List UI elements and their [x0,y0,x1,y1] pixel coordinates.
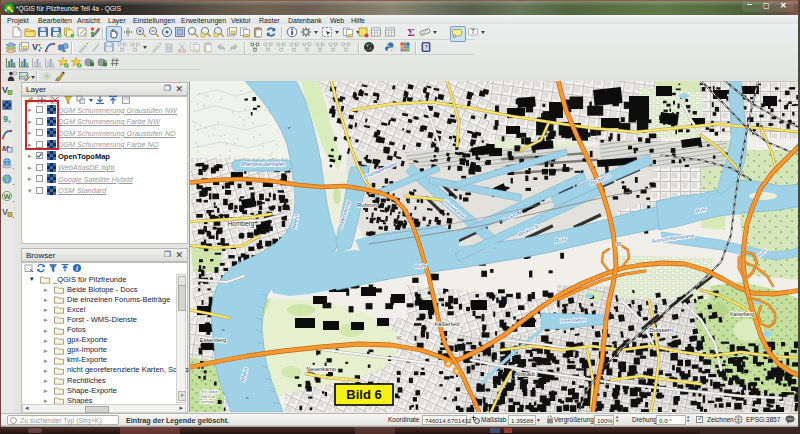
svg-text:nterlage: nterlage [201,400,215,404]
svg-text:rdlich de: rdlich de [201,395,215,399]
svg-text:SG Gebiet: SG Gebiet [201,390,220,394]
svg-text:59: 59 [616,242,622,247]
svg-text:W: W [4,192,11,199]
svg-text:Essenberg: Essenberg [200,337,226,343]
svg-text:40: 40 [396,336,402,341]
svg-text:V: V [2,85,8,95]
svg-text:Duissern: Duissern [649,327,673,333]
svg-text:?: ? [424,44,428,50]
svg-text:Rheinpreußenhafen: Rheinpreußenhafen [241,161,285,167]
svg-text:Ruhrort: Ruhrort [357,202,377,208]
svg-text:Σ: Σ [407,26,414,38]
svg-text:Homberg: Homberg [228,220,255,228]
svg-text:Kaßlerfeld: Kaßlerfeld [434,321,459,327]
svg-text:Kaiserberg: Kaiserberg [730,311,754,317]
svg-text:9,: 9, [3,114,11,124]
svg-text:i: i [76,265,78,272]
svg-text:Bild 6: Bild 6 [346,387,381,402]
svg-text:V: V [32,42,38,52]
svg-text:Neuenkamp: Neuenkamp [306,366,336,372]
svg-text:Altstadt: Altstadt [515,371,535,377]
svg-text:V: V [2,207,8,217]
svg-text:T: T [471,28,475,35]
